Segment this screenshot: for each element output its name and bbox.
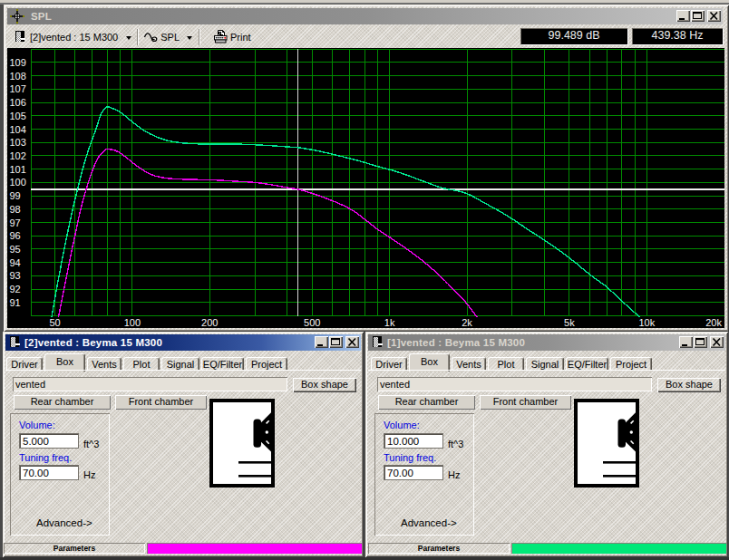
svg-text:108: 108 [10,71,26,82]
svg-text:106: 106 [10,97,26,108]
svg-text:200: 200 [201,317,218,328]
svg-text:99: 99 [10,190,21,201]
svg-text:500: 500 [304,317,320,328]
svg-text:93: 93 [10,270,21,281]
svg-text:20k: 20k [705,317,722,328]
svg-text:2k: 2k [462,317,472,328]
svg-text:103: 103 [10,137,26,148]
svg-text:92: 92 [10,284,21,294]
svg-text:98: 98 [10,204,21,215]
svg-text:94: 94 [10,257,21,268]
svg-text:96: 96 [10,230,21,241]
svg-text:101: 101 [10,164,26,175]
svg-text:97: 97 [10,217,21,228]
svg-text:105: 105 [10,111,26,121]
svg-text:5k: 5k [564,317,575,328]
svg-text:10k: 10k [638,317,655,328]
svg-text:100: 100 [10,177,26,188]
svg-text:104: 104 [10,124,26,135]
svg-text:95: 95 [10,244,21,255]
svg-text:109: 109 [10,57,26,68]
svg-text:50: 50 [49,317,60,328]
svg-text:107: 107 [10,83,26,94]
svg-text:91: 91 [10,297,21,308]
svg-text:1k: 1k [384,317,395,328]
svg-text:100: 100 [124,317,141,328]
svg-text:102: 102 [10,150,26,161]
